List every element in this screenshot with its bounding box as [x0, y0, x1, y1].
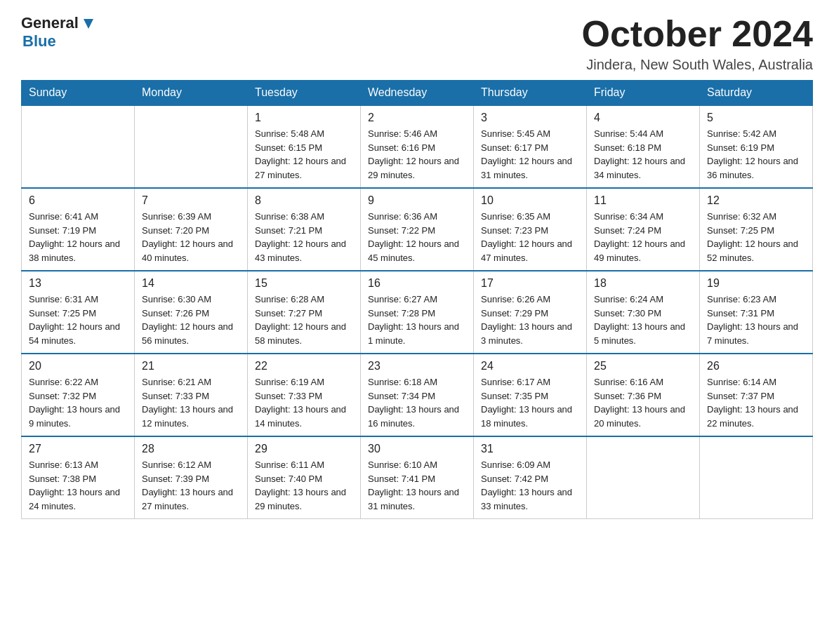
svg-marker-0 [84, 19, 93, 29]
day-info: Sunrise: 6:09 AMSunset: 7:42 PMDaylight:… [481, 458, 579, 513]
day-number: 30 [368, 443, 466, 455]
calendar-cell: 3Sunrise: 5:45 AMSunset: 6:17 PMDaylight… [474, 105, 587, 188]
day-number: 31 [481, 443, 579, 455]
day-number: 9 [368, 194, 466, 207]
calendar-week-2: 6Sunrise: 6:41 AMSunset: 7:19 PMDaylight… [22, 188, 813, 271]
day-info: Sunrise: 6:30 AMSunset: 7:26 PMDaylight:… [142, 293, 240, 347]
day-info: Sunrise: 6:14 AMSunset: 7:37 PMDaylight:… [707, 375, 805, 430]
calendar-cell: 4Sunrise: 5:44 AMSunset: 6:18 PMDaylight… [587, 105, 700, 188]
calendar-cell: 11Sunrise: 6:34 AMSunset: 7:24 PMDayligh… [587, 188, 700, 271]
day-number: 19 [707, 277, 805, 290]
day-number: 3 [481, 112, 579, 124]
col-tuesday: Tuesday [248, 81, 361, 106]
calendar-cell: 31Sunrise: 6:09 AMSunset: 7:42 PMDayligh… [474, 436, 587, 519]
day-number: 15 [255, 277, 353, 290]
day-info: Sunrise: 6:18 AMSunset: 7:34 PMDaylight:… [368, 375, 466, 430]
logo-triangle-icon [81, 16, 96, 32]
day-info: Sunrise: 6:26 AMSunset: 7:29 PMDaylight:… [481, 293, 579, 347]
day-info: Sunrise: 6:41 AMSunset: 7:19 PMDaylight:… [29, 210, 127, 264]
day-info: Sunrise: 5:44 AMSunset: 6:18 PMDaylight:… [594, 127, 692, 182]
day-number: 2 [368, 112, 466, 124]
col-friday: Friday [587, 81, 700, 106]
day-number: 20 [29, 360, 127, 373]
calendar-cell: 22Sunrise: 6:19 AMSunset: 7:33 PMDayligh… [248, 354, 361, 436]
day-info: Sunrise: 6:36 AMSunset: 7:22 PMDaylight:… [368, 210, 466, 264]
day-info: Sunrise: 6:13 AMSunset: 7:38 PMDaylight:… [29, 458, 127, 513]
calendar-cell: 26Sunrise: 6:14 AMSunset: 7:37 PMDayligh… [700, 354, 813, 436]
day-info: Sunrise: 6:11 AMSunset: 7:40 PMDaylight:… [255, 458, 353, 513]
calendar-cell: 1Sunrise: 5:48 AMSunset: 6:15 PMDaylight… [248, 105, 361, 188]
day-number: 7 [142, 194, 240, 207]
col-saturday: Saturday [700, 81, 813, 106]
day-info: Sunrise: 6:35 AMSunset: 7:23 PMDaylight:… [481, 210, 579, 264]
day-number: 8 [255, 194, 353, 207]
day-info: Sunrise: 6:32 AMSunset: 7:25 PMDaylight:… [707, 210, 805, 264]
calendar-header-row: Sunday Monday Tuesday Wednesday Thursday… [22, 81, 813, 106]
calendar-cell: 13Sunrise: 6:31 AMSunset: 7:25 PMDayligh… [22, 271, 135, 354]
calendar-cell: 15Sunrise: 6:28 AMSunset: 7:27 PMDayligh… [248, 271, 361, 354]
calendar-table: Sunday Monday Tuesday Wednesday Thursday… [21, 80, 813, 519]
logo-blue: Blue [22, 32, 56, 50]
day-info: Sunrise: 6:28 AMSunset: 7:27 PMDaylight:… [255, 293, 353, 347]
calendar-cell: 28Sunrise: 6:12 AMSunset: 7:39 PMDayligh… [135, 436, 248, 519]
month-title: October 2024 [582, 14, 814, 54]
calendar-cell [135, 105, 248, 188]
day-info: Sunrise: 6:39 AMSunset: 7:20 PMDaylight:… [142, 210, 240, 264]
day-info: Sunrise: 6:12 AMSunset: 7:39 PMDaylight:… [142, 458, 240, 513]
day-number: 27 [29, 443, 127, 455]
col-thursday: Thursday [474, 81, 587, 106]
day-info: Sunrise: 6:22 AMSunset: 7:32 PMDaylight:… [29, 375, 127, 430]
day-info: Sunrise: 6:10 AMSunset: 7:41 PMDaylight:… [368, 458, 466, 513]
calendar-cell: 21Sunrise: 6:21 AMSunset: 7:33 PMDayligh… [135, 354, 248, 436]
col-sunday: Sunday [22, 81, 135, 106]
calendar-cell: 7Sunrise: 6:39 AMSunset: 7:20 PMDaylight… [135, 188, 248, 271]
calendar-cell: 17Sunrise: 6:26 AMSunset: 7:29 PMDayligh… [474, 271, 587, 354]
day-info: Sunrise: 6:19 AMSunset: 7:33 PMDaylight:… [255, 375, 353, 430]
day-number: 22 [255, 360, 353, 373]
day-number: 29 [255, 443, 353, 455]
calendar-cell: 18Sunrise: 6:24 AMSunset: 7:30 PMDayligh… [587, 271, 700, 354]
day-info: Sunrise: 6:21 AMSunset: 7:33 PMDaylight:… [142, 375, 240, 430]
day-number: 17 [481, 277, 579, 290]
calendar-cell: 29Sunrise: 6:11 AMSunset: 7:40 PMDayligh… [248, 436, 361, 519]
day-info: Sunrise: 6:31 AMSunset: 7:25 PMDaylight:… [29, 293, 127, 347]
day-number: 21 [142, 360, 240, 373]
calendar-week-1: 1Sunrise: 5:48 AMSunset: 6:15 PMDaylight… [22, 105, 813, 188]
day-number: 1 [255, 112, 353, 124]
calendar-cell: 9Sunrise: 6:36 AMSunset: 7:22 PMDaylight… [361, 188, 474, 271]
day-info: Sunrise: 6:17 AMSunset: 7:35 PMDaylight:… [481, 375, 579, 430]
day-number: 14 [142, 277, 240, 290]
day-number: 28 [142, 443, 240, 455]
calendar-cell: 27Sunrise: 6:13 AMSunset: 7:38 PMDayligh… [22, 436, 135, 519]
calendar-cell: 10Sunrise: 6:35 AMSunset: 7:23 PMDayligh… [474, 188, 587, 271]
calendar-cell [22, 105, 135, 188]
day-info: Sunrise: 6:34 AMSunset: 7:24 PMDaylight:… [594, 210, 692, 264]
page-header: General Blue October 2024 Jindera, New S… [21, 14, 813, 73]
calendar-cell: 14Sunrise: 6:30 AMSunset: 7:26 PMDayligh… [135, 271, 248, 354]
calendar-cell: 12Sunrise: 6:32 AMSunset: 7:25 PMDayligh… [700, 188, 813, 271]
calendar-cell: 6Sunrise: 6:41 AMSunset: 7:19 PMDaylight… [22, 188, 135, 271]
day-number: 10 [481, 194, 579, 207]
location: Jindera, New South Wales, Australia [582, 57, 814, 73]
calendar-cell [700, 436, 813, 519]
day-info: Sunrise: 5:42 AMSunset: 6:19 PMDaylight:… [707, 127, 805, 182]
col-wednesday: Wednesday [361, 81, 474, 106]
day-info: Sunrise: 5:45 AMSunset: 6:17 PMDaylight:… [481, 127, 579, 182]
day-number: 24 [481, 360, 579, 373]
day-number: 11 [594, 194, 692, 207]
calendar-cell: 19Sunrise: 6:23 AMSunset: 7:31 PMDayligh… [700, 271, 813, 354]
logo-general: General [21, 14, 79, 32]
col-monday: Monday [135, 81, 248, 106]
calendar-week-3: 13Sunrise: 6:31 AMSunset: 7:25 PMDayligh… [22, 271, 813, 354]
calendar-cell: 24Sunrise: 6:17 AMSunset: 7:35 PMDayligh… [474, 354, 587, 436]
day-info: Sunrise: 6:16 AMSunset: 7:36 PMDaylight:… [594, 375, 692, 430]
day-number: 13 [29, 277, 127, 290]
day-number: 16 [368, 277, 466, 290]
calendar-week-4: 20Sunrise: 6:22 AMSunset: 7:32 PMDayligh… [22, 354, 813, 436]
logo: General Blue [21, 14, 96, 51]
day-info: Sunrise: 5:48 AMSunset: 6:15 PMDaylight:… [255, 127, 353, 182]
day-info: Sunrise: 6:24 AMSunset: 7:30 PMDaylight:… [594, 293, 692, 347]
calendar-cell: 16Sunrise: 6:27 AMSunset: 7:28 PMDayligh… [361, 271, 474, 354]
day-info: Sunrise: 6:38 AMSunset: 7:21 PMDaylight:… [255, 210, 353, 264]
day-info: Sunrise: 6:23 AMSunset: 7:31 PMDaylight:… [707, 293, 805, 347]
